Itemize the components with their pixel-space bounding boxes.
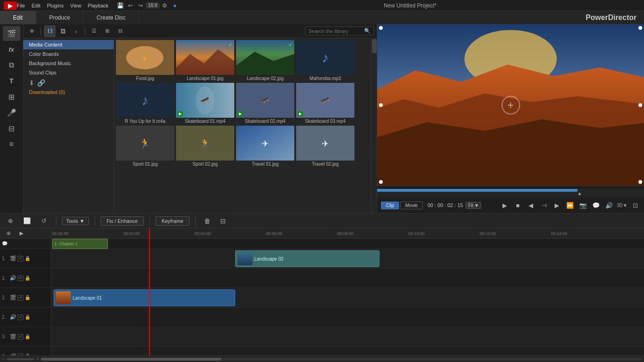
scrollbar-thumb[interactable] [372, 39, 377, 53]
cat-sound-clips[interactable]: Sound Clips [23, 68, 114, 77]
track-visibility-check[interactable]: ✓ [18, 275, 23, 281]
track-lock-icon[interactable]: 🔒 [25, 315, 30, 320]
tab-edit[interactable]: Edit [0, 11, 36, 24]
preview-add-btn[interactable]: + [502, 96, 520, 114]
stop-btn[interactable]: ■ [513, 200, 523, 210]
view-grid-small-btn[interactable]: ⊞ [102, 26, 113, 37]
next-frame-btn[interactable]: ▶ [552, 200, 562, 210]
external-display-btn[interactable]: ⊡ [630, 200, 640, 210]
movie-tab[interactable]: Movie [400, 201, 423, 209]
redo-icon[interactable]: ↪ [136, 0, 146, 11]
timeline-scroll-thumb[interactable] [41, 358, 221, 361]
media-item[interactable]: 🛹 ▶ Skateboard 03.mp4 [296, 83, 354, 124]
sidebar-mic-icon[interactable]: 🎤 [3, 105, 20, 120]
import-button[interactable]: ⊕ [26, 26, 37, 37]
sidebar-subtitle-icon[interactable]: ⊟ [3, 121, 20, 136]
media-item[interactable]: ✓ Landscape 02.jpg [236, 40, 294, 81]
menu-view[interactable]: View [70, 3, 81, 8]
preview-progress-track[interactable] [377, 189, 577, 192]
detach-audio-btn[interactable]: ⊟ [217, 215, 229, 227]
link-icon[interactable]: 🔗 [37, 79, 45, 87]
sidebar-transition-icon[interactable]: ⧉ [3, 58, 20, 73]
track-lock-icon[interactable]: 🔒 [25, 295, 30, 300]
account-icon[interactable]: ● [170, 0, 180, 11]
download-icon[interactable]: ⬇ [29, 79, 34, 87]
media-item[interactable]: ♪ R You Up for It.m4a [116, 83, 174, 124]
corner-handle-br[interactable] [638, 180, 642, 184]
chapter-marker[interactable]: 1. Chapter 1 [52, 239, 108, 249]
sidebar-media-icon[interactable]: 🎬 [3, 26, 20, 41]
track-visibility-check[interactable]: ✓ [18, 295, 23, 301]
undo-timeline-btn[interactable]: ↺ [37, 215, 50, 227]
track-lock-icon[interactable]: 🔒 [25, 334, 30, 339]
prev-frame-btn[interactable]: ◀ [526, 200, 536, 210]
menu-file[interactable]: File [17, 3, 25, 8]
corner-handle-mr[interactable] [638, 103, 642, 107]
save-icon[interactable]: 💾 [115, 0, 125, 11]
track-visibility-check[interactable]: ✓ [18, 256, 23, 261]
track-visibility-check[interactable]: ✓ [18, 315, 23, 320]
media-item[interactable]: 🏃 Sport 01.jpg [116, 126, 174, 167]
media-item[interactable]: 🏃 Sport 02.jpg [176, 126, 234, 167]
volume-btn[interactable]: 🔊 [604, 200, 614, 210]
sidebar-fx-icon[interactable]: fx [3, 42, 20, 57]
menu-playback[interactable]: Playback [88, 3, 108, 8]
tools-dropdown[interactable]: Tools ▼ [62, 217, 89, 225]
mark-in-btn[interactable]: ⊣ [539, 200, 549, 210]
fit-dropdown[interactable]: Fit ▼ [466, 202, 481, 209]
corner-handle-ml[interactable] [379, 103, 383, 107]
cat-background-music[interactable]: Background Music [23, 59, 114, 68]
clip-landscape02[interactable]: Landscape 02 [235, 250, 380, 267]
tab-create-disc[interactable]: Create Disc [83, 11, 139, 24]
corner-handle-bl[interactable] [379, 180, 383, 184]
track-lock-icon[interactable]: 🔒 [25, 256, 30, 261]
record-button[interactable]: ▶ [4, 1, 17, 10]
sidebar-title-icon[interactable]: T [3, 74, 20, 88]
3d-btn[interactable]: 3D▼ [617, 200, 627, 210]
clip-tab[interactable]: Clip [381, 201, 399, 209]
media-item[interactable]: ✓ Landscape 01.jpg [176, 40, 234, 81]
keyframe-btn[interactable]: Keyframe [156, 216, 190, 226]
music-filter-btn[interactable]: ♪ [70, 26, 81, 37]
clip-landscape01[interactable]: Landscape 01 [54, 289, 235, 306]
media-item[interactable]: 🍔 Food.jpg [116, 40, 174, 81]
search-input[interactable] [308, 28, 364, 34]
media-item[interactable]: 🛹 ▶ Skateboard 02.mp4 [236, 83, 294, 124]
media-item[interactable]: ✈ Travel 02.jpg [296, 126, 354, 167]
delete-clip-btn[interactable]: 🗑 [201, 215, 213, 227]
cat-media-content[interactable]: Media Content [23, 40, 114, 49]
media-item[interactable]: ♪ Mahoroba.mp3 [296, 40, 354, 81]
fix-enhance-btn[interactable]: Fix / Enhance [101, 216, 144, 226]
zoom-out-icon[interactable]: − [2, 356, 5, 362]
settings-icon[interactable]: ⚙ [160, 0, 170, 11]
zoom-slider[interactable] [7, 358, 34, 360]
snapshot-btn[interactable]: 📷 [578, 200, 588, 210]
sidebar-pip-icon[interactable]: ⊞ [3, 89, 20, 104]
view-list-btn[interactable]: ☰ [88, 26, 100, 37]
menu-edit[interactable]: Edit [32, 3, 41, 8]
play-all-icon[interactable]: ▶ [15, 228, 28, 239]
zoom-in-icon[interactable]: + [36, 356, 39, 362]
add-track-btn[interactable]: ⊕ [4, 215, 17, 227]
media-item[interactable]: 🛹 ▶ Skateboard 01.mp4 [176, 83, 234, 124]
sidebar-chapters-icon[interactable]: ≡ [3, 137, 20, 152]
corner-handle-tl[interactable] [379, 26, 383, 30]
preview-playhead[interactable]: ▲ [577, 189, 582, 197]
add-track-icon[interactable]: ⊕ [2, 228, 15, 239]
undo-icon[interactable]: ↩ [125, 0, 136, 11]
fast-forward-btn[interactable]: ⏩ [565, 200, 575, 210]
tab-produce[interactable]: Produce [36, 11, 84, 24]
video-filter-btn[interactable]: 🎞 [44, 26, 55, 37]
track-visibility-check[interactable]: ✓ [18, 334, 23, 340]
subtitle-btn[interactable]: 💬 [591, 200, 601, 210]
media-item[interactable]: ✈ Travel 01.jpg [236, 126, 294, 167]
cat-color-boards[interactable]: Color Boards [23, 49, 114, 59]
play-btn[interactable]: ▶ [500, 200, 510, 210]
view-grid-large-btn[interactable]: ⊟ [115, 26, 126, 37]
corner-handle-tr[interactable] [638, 26, 642, 30]
crop-btn[interactable]: ⬜ [20, 215, 34, 227]
track-lock-icon[interactable]: 🔒 [25, 275, 30, 281]
media-grid-scrollbar[interactable] [371, 38, 377, 213]
menu-plugins[interactable]: Plugins [47, 3, 64, 8]
timeline-scrolltrack[interactable] [41, 358, 642, 361]
